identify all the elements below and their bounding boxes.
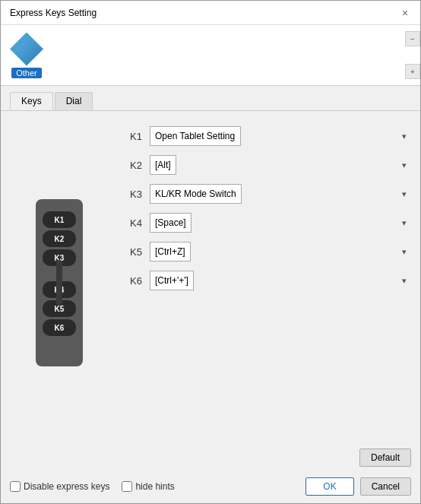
key-select-K4[interactable]: [Space] [150,213,192,233]
key-row-label-K5: K5 [124,246,142,258]
key-row-K2: K2 [Alt] [124,155,411,175]
key-select-K5[interactable]: [Ctrl+Z] [150,242,191,262]
ok-button[interactable]: OK [305,477,353,496]
disable-express-keys-label: Disable express keys [24,481,109,492]
tablet-dial-strip [56,260,62,306]
key-row-K5: K5 [Ctrl+Z] [124,242,411,262]
key-select-K1[interactable]: Open Tablet Setting [150,126,241,146]
hide-hints-checkbox[interactable]: hide hints [122,481,174,492]
tab-dial[interactable]: Dial [55,92,93,110]
hide-hints-input[interactable] [122,481,132,492]
key-select-wrap-K6: [Ctrl+'+'] [150,271,411,290]
disable-express-keys-checkbox[interactable]: Disable express keys [10,481,109,492]
device-icon-wrap: Other [10,33,43,78]
key-visual-K6: K6 [43,319,76,336]
key-select-wrap-K1: Open Tablet Setting [150,126,411,146]
key-row-label-K2: K2 [124,160,142,171]
footer-bar: Disable express keys hide hints OK Cance… [1,471,420,503]
hide-hints-label: hide hints [135,481,174,492]
cancel-button[interactable]: Cancel [360,477,411,496]
key-select-wrap-K5: [Ctrl+Z] [150,242,411,262]
close-button[interactable]: × [396,4,414,22]
key-row-label-K1: K1 [124,131,142,142]
main-content: K1 K2 K3 K4 K5 K6 K1 Open Tablet Sett [1,111,420,449]
key-select-K2[interactable]: [Alt] [150,155,176,175]
scroll-up-button[interactable]: − [405,31,420,46]
title-bar: Express Keys Setting × [1,1,420,25]
footer-left: Disable express keys hide hints [10,481,175,492]
key-select-wrap-K3: KL/KR Mode Switch [150,184,411,204]
key-row-K3: K3 KL/KR Mode Switch [124,184,411,204]
key-select-K6[interactable]: [Ctrl+'+'] [150,271,194,290]
key-row-label-K6: K6 [124,275,142,287]
tablet-body: K1 K2 K3 K4 K5 K6 [36,199,83,366]
settings-panel: K1 Open Tablet Setting K2 [Alt] K3 [109,123,411,442]
key-row-K4: K4 [Space] [124,213,411,233]
window-title: Express Keys Setting [10,8,97,18]
key-row-K6: K6 [Ctrl+'+'] [124,271,411,290]
device-label: Other [11,68,42,78]
key-select-K3[interactable]: KL/KR Mode Switch [150,184,242,204]
disable-express-keys-input[interactable] [10,481,21,492]
tab-keys[interactable]: Keys [10,92,53,110]
footer-right: OK Cancel [305,477,411,496]
main-window: Express Keys Setting × Other − + Keys Di… [0,0,421,504]
scroll-down-button[interactable]: + [405,64,420,79]
tablet-visual: K1 K2 K3 K4 K5 K6 [10,123,109,442]
key-row-label-K3: K3 [124,189,142,200]
tab-bar: Keys Dial [1,86,420,111]
default-button[interactable]: Default [359,449,411,467]
key-visual-K1: K1 [43,211,76,228]
device-icon [10,33,43,66]
key-visual-K2: K2 [43,230,76,247]
device-panel: Other − + [1,25,420,86]
key-row-K1: K1 Open Tablet Setting [124,126,411,146]
default-area: Default [1,449,420,471]
key-select-wrap-K2: [Alt] [150,155,411,175]
keys-top-group: K1 K2 K3 [43,211,76,266]
key-select-wrap-K4: [Space] [150,213,411,233]
key-row-label-K4: K4 [124,217,142,229]
